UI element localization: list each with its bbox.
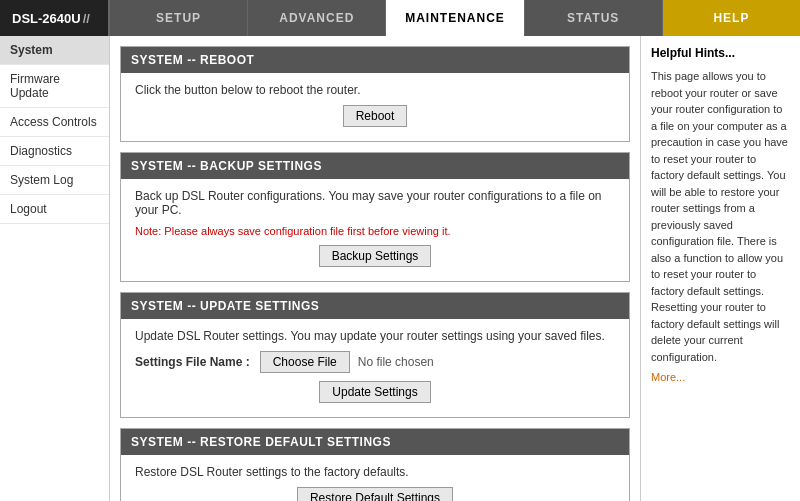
update-section-body: Update DSL Router settings. You may upda… [121, 319, 629, 417]
logo-slash: // [83, 11, 90, 26]
file-row: Settings File Name : Choose File No file… [135, 351, 615, 373]
backup-settings-button[interactable]: Backup Settings [319, 245, 432, 267]
nav-tab-maintenance[interactable]: MAINTENANCE [386, 0, 524, 36]
sidebar-item-system-log[interactable]: System Log [0, 166, 109, 195]
nav-tab-setup[interactable]: SETUP [110, 0, 248, 36]
restore-section-header: SYSTEM -- RESTORE DEFAULT SETTINGS [121, 429, 629, 455]
reboot-section-body: Click the button below to reboot the rou… [121, 73, 629, 141]
help-more-link[interactable]: More... [651, 371, 685, 383]
backup-section-header: SYSTEM -- BACKUP SETTINGS [121, 153, 629, 179]
restore-default-settings-button[interactable]: Restore Default Settings [297, 487, 453, 501]
restore-section-body: Restore DSL Router settings to the facto… [121, 455, 629, 501]
sidebar-item-access-controls[interactable]: Access Controls [0, 108, 109, 137]
update-settings-button[interactable]: Update Settings [319, 381, 430, 403]
main-layout: System Firmware Update Access Controls D… [0, 36, 800, 501]
restore-section: SYSTEM -- RESTORE DEFAULT SETTINGS Resto… [120, 428, 630, 501]
top-nav-bar: DSL-2640U // SETUP ADVANCED MAINTENANCE … [0, 0, 800, 36]
reboot-description: Click the button below to reboot the rou… [135, 83, 615, 97]
help-title: Helpful Hints... [651, 46, 790, 60]
update-description: Update DSL Router settings. You may upda… [135, 329, 615, 343]
nav-tab-advanced[interactable]: ADVANCED [248, 0, 386, 36]
choose-file-button[interactable]: Choose File [260, 351, 350, 373]
nav-tab-status[interactable]: STATUS [525, 0, 663, 36]
backup-section-body: Back up DSL Router configurations. You m… [121, 179, 629, 281]
reboot-btn-row: Reboot [135, 105, 615, 127]
update-btn-row: Update Settings [135, 381, 615, 403]
logo: DSL-2640U // [0, 0, 110, 36]
help-panel: Helpful Hints... This page allows you to… [640, 36, 800, 501]
sidebar-item-logout[interactable]: Logout [0, 195, 109, 224]
sidebar: System Firmware Update Access Controls D… [0, 36, 110, 501]
restore-btn-row: Restore Default Settings [135, 487, 615, 501]
backup-description: Back up DSL Router configurations. You m… [135, 189, 615, 217]
help-body: This page allows you to reboot your rout… [651, 68, 790, 365]
reboot-button[interactable]: Reboot [343, 105, 408, 127]
restore-description: Restore DSL Router settings to the facto… [135, 465, 615, 479]
file-no-chosen: No file chosen [358, 355, 434, 369]
sidebar-item-diagnostics[interactable]: Diagnostics [0, 137, 109, 166]
update-section-header: SYSTEM -- UPDATE SETTINGS [121, 293, 629, 319]
backup-section: SYSTEM -- BACKUP SETTINGS Back up DSL Ro… [120, 152, 630, 282]
file-label: Settings File Name : [135, 355, 250, 369]
sidebar-item-system[interactable]: System [0, 36, 109, 65]
logo-text: DSL-2640U [12, 11, 81, 26]
reboot-section: SYSTEM -- REBOOT Click the button below … [120, 46, 630, 142]
nav-tab-help[interactable]: HELP [663, 0, 800, 36]
backup-btn-row: Backup Settings [135, 245, 615, 267]
sidebar-item-firmware-update[interactable]: Firmware Update [0, 65, 109, 108]
reboot-section-header: SYSTEM -- REBOOT [121, 47, 629, 73]
backup-note: Note: Please always save configuration f… [135, 225, 615, 237]
update-section: SYSTEM -- UPDATE SETTINGS Update DSL Rou… [120, 292, 630, 418]
content-area: SYSTEM -- REBOOT Click the button below … [110, 36, 640, 501]
